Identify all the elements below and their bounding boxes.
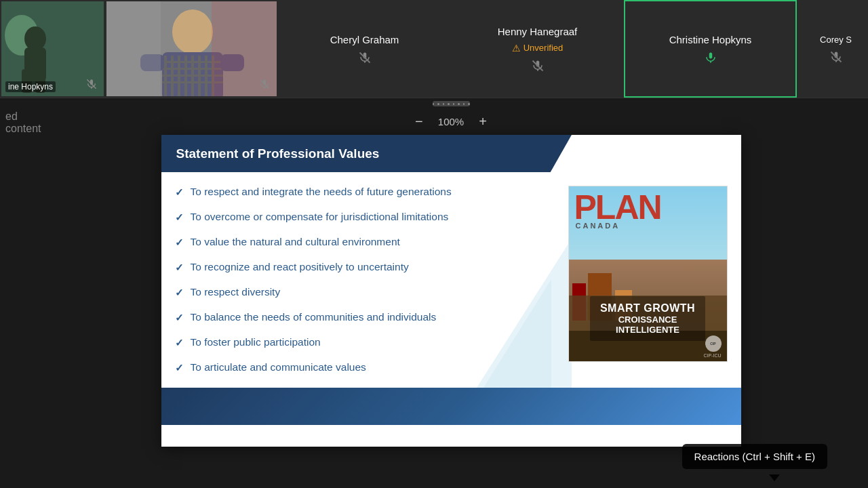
- participant-tile-cheryl[interactable]: Cheryl Graham: [278, 0, 451, 98]
- list-item: ✓ To overcome or compensate for jurisdic…: [175, 211, 555, 224]
- participant-tile-henny[interactable]: Henny Hanegraaf ⚠ Unverified: [451, 0, 624, 98]
- checkmark-icon: ✓: [175, 211, 184, 224]
- decorative-triangle-2: [484, 279, 551, 388]
- reactions-tooltip: Reactions (Ctrl + Shift + E): [682, 444, 827, 469]
- mic-icon-3: [358, 51, 372, 64]
- participant-name-christine: Christine Hopkyns: [669, 34, 752, 45]
- mic-icon-4: [531, 59, 545, 73]
- unverified-label: Unverified: [524, 43, 564, 53]
- participant-tile-christine-left[interactable]: ine Hopkyns: [0, 0, 105, 98]
- warning-icon: ⚠: [512, 43, 521, 54]
- mic-icon-1: [85, 77, 98, 91]
- participant-bar: ine Hopkyns: [0, 0, 868, 98]
- checkmark-icon: ✓: [175, 287, 184, 299]
- participant-tile-corey[interactable]: Corey S: [797, 0, 868, 98]
- checkmark-icon: ✓: [175, 186, 184, 199]
- video-feed-2: [106, 1, 278, 98]
- list-item: ✓ To respect and integrate the needs of …: [175, 186, 555, 199]
- checkmark-icon: ✓: [175, 237, 184, 249]
- svg-point-9: [172, 9, 213, 54]
- mic-icon-5: [704, 51, 717, 64]
- presentation-area: − 100% + Statement of Professional Value…: [34, 98, 868, 488]
- checkmark-icon: ✓: [175, 262, 184, 274]
- participant-name-henny: Henny Hanegraaf: [498, 26, 578, 37]
- checkmark-icon: ✓: [175, 337, 184, 349]
- zoom-out-button[interactable]: −: [411, 113, 427, 129]
- checkmark-icon: ✓: [175, 312, 184, 324]
- participant-name-overlay-1: ine Hopkyns: [5, 81, 56, 92]
- sidebar-label: ed content: [0, 98, 34, 488]
- zoom-level: 100%: [438, 116, 464, 127]
- slide-footer: [161, 388, 741, 425]
- slide-title: Statement of Professional Values: [176, 146, 380, 161]
- tooltip-arrow: [769, 474, 780, 481]
- checkmark-icon: ✓: [175, 362, 184, 374]
- slide-body: ✓ To respect and integrate the needs of …: [161, 172, 741, 388]
- presentation-slide: Statement of Professional Values ✓ To re…: [161, 135, 741, 447]
- drag-handle[interactable]: [433, 101, 470, 106]
- slide-header: Statement of Professional Values: [161, 135, 585, 172]
- plan-title: PLAN CANADA: [574, 190, 661, 230]
- smart-growth-label: SMART GROWTH CROISSANCE INTELLIGENTE: [590, 296, 705, 341]
- participant-name-cheryl: Cheryl Graham: [330, 34, 399, 45]
- zoom-in-button[interactable]: +: [475, 113, 491, 129]
- participant-tile-christine[interactable]: Christine Hopkyns: [624, 0, 797, 98]
- zoom-controls: − 100% +: [411, 113, 491, 129]
- mic-icon-2: [258, 77, 271, 91]
- svg-rect-25: [106, 1, 161, 98]
- participant-tile-man[interactable]: [105, 0, 278, 98]
- mic-icon-6: [829, 50, 843, 64]
- plan-canada-image: PLAN CANADA SMART GROWTH CROISSANCE INTE…: [568, 186, 728, 362]
- participant-name-corey: Corey S: [820, 35, 852, 45]
- svg-point-2: [24, 26, 46, 51]
- cip-logo: CIP CIP-ICU: [703, 336, 721, 358]
- magazine-cover: PLAN CANADA SMART GROWTH CROISSANCE INTE…: [568, 186, 728, 374]
- main-content: ed content − 100% +: [0, 98, 868, 488]
- unverified-badge: ⚠ Unverified: [512, 43, 564, 54]
